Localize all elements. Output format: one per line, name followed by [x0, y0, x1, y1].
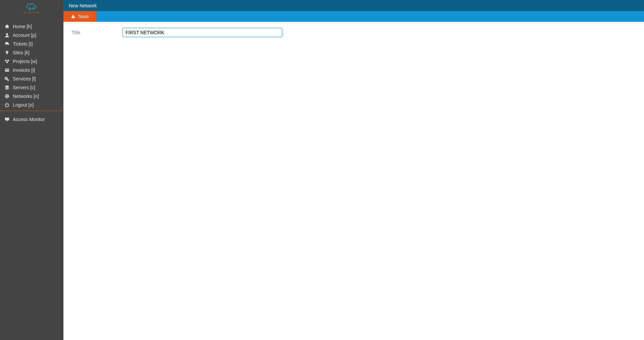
- sidebar-item-label: Services [l]: [13, 76, 36, 81]
- sidebar-divider: [0, 111, 63, 111]
- sidebar-item-services[interactable]: Services [l]: [0, 74, 63, 83]
- sidebar-item-label: Tickets [t]: [13, 41, 33, 47]
- sidebar-item-home[interactable]: Home [h]: [0, 22, 63, 31]
- save-button[interactable]: Save: [63, 11, 96, 22]
- form-row-title: Title: [71, 28, 636, 37]
- form: Title: [63, 22, 644, 43]
- logo[interactable]: SLAPOS: [0, 0, 63, 16]
- database-icon: [4, 85, 10, 90]
- main-content: New Network Save Title: [63, 0, 644, 340]
- sidebar: SLAPOS Home [h] Account [p] Tickets: [0, 0, 63, 340]
- logo-text: SLAPOS: [23, 11, 40, 14]
- sidebar-item-label: Logout [o]: [13, 102, 34, 108]
- cloud-link-icon: [25, 2, 38, 12]
- sidebar-item-tickets[interactable]: Tickets [t]: [0, 40, 63, 48]
- page-title: New Network: [69, 3, 97, 8]
- warning-icon: [71, 14, 76, 19]
- sidebar-item-label: Servers [c]: [13, 85, 35, 90]
- sidebar-item-label: Invoices [i]: [13, 67, 35, 73]
- sidebar-secondary-nav: Access Monitor: [0, 112, 63, 124]
- sidebar-item-access-monitor[interactable]: Access Monitor: [0, 115, 63, 124]
- sidebar-item-label: Home [h]: [13, 24, 32, 29]
- sidebar-item-label: Sites [k]: [13, 50, 30, 55]
- page-header: New Network: [63, 0, 644, 11]
- desktop-icon: [4, 117, 10, 122]
- sidebar-item-label: Projects [w]: [13, 59, 37, 64]
- sidebar-item-projects[interactable]: Projects [w]: [0, 57, 63, 66]
- sidebar-item-networks[interactable]: Networks [n]: [0, 92, 63, 101]
- save-button-label: Save: [78, 14, 89, 19]
- card-icon: [4, 68, 10, 72]
- power-icon: [4, 103, 10, 107]
- sidebar-item-label: Networks [n]: [13, 94, 39, 99]
- sidebar-item-label: Access Monitor: [13, 117, 45, 122]
- cogs-icon: [4, 76, 10, 81]
- user-icon: [4, 33, 10, 38]
- sidebar-item-invoices[interactable]: Invoices [i]: [0, 66, 63, 74]
- pin-icon: [4, 50, 10, 55]
- toolbar: Save: [63, 11, 644, 22]
- sidebar-nav: Home [h] Account [p] Tickets [t] Sites […: [0, 16, 63, 109]
- sidebar-item-account[interactable]: Account [p]: [0, 31, 63, 40]
- sidebar-item-label: Account [p]: [13, 33, 36, 38]
- title-label: Title: [71, 30, 118, 35]
- cubes-icon: [4, 59, 10, 64]
- title-input[interactable]: [122, 28, 282, 37]
- sidebar-item-sites[interactable]: Sites [k]: [0, 48, 63, 57]
- globe-icon: [4, 94, 10, 99]
- home-icon: [4, 24, 10, 29]
- sidebar-item-logout[interactable]: Logout [o]: [0, 101, 63, 109]
- sidebar-item-servers[interactable]: Servers [c]: [0, 83, 63, 92]
- comments-icon: [4, 42, 10, 46]
